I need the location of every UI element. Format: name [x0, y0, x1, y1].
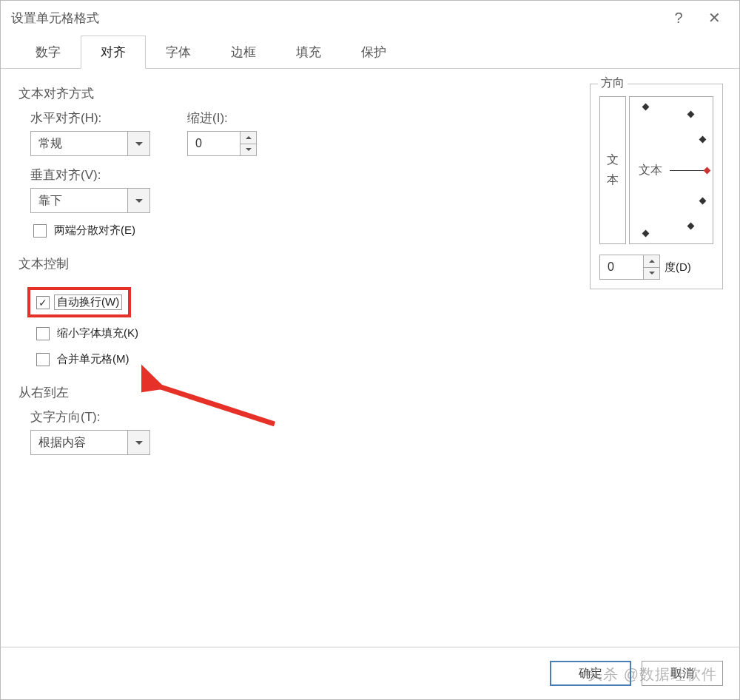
horizontal-align-dropdown-button[interactable]: [127, 132, 149, 155]
text-direction-value[interactable]: [31, 431, 127, 454]
format-cells-dialog: 设置单元格格式 ? ✕ 数字 对齐 字体 边框 填充 保护 文本对齐方式 水平对…: [0, 0, 740, 700]
tab-number[interactable]: 数字: [16, 36, 81, 69]
rtl-section-label: 从右到左: [18, 384, 723, 401]
help-button[interactable]: ?: [661, 1, 696, 34]
indent-down-button[interactable]: [240, 144, 256, 156]
text-direction-dropdown-button[interactable]: [127, 431, 149, 454]
orientation-degree-value[interactable]: [600, 255, 643, 279]
triangle-down-icon: [246, 148, 252, 151]
chevron-down-icon: [135, 199, 143, 203]
close-button[interactable]: ✕: [696, 1, 732, 34]
tab-alignment[interactable]: 对齐: [81, 36, 146, 69]
indent-value[interactable]: [188, 132, 240, 155]
merge-cells-label: 合并单元格(M): [57, 352, 130, 366]
vertical-align-value[interactable]: [31, 189, 127, 212]
orientation-dot: [687, 223, 695, 230]
merge-cells-row[interactable]: 合并单元格(M): [36, 352, 723, 366]
titlebar: 设置单元格格式 ? ✕: [1, 1, 739, 35]
wrap-text-label: 自动换行(W): [54, 295, 122, 310]
shrink-to-fit-label: 缩小字体填充(K): [57, 326, 138, 340]
tab-font[interactable]: 字体: [146, 36, 211, 69]
chevron-down-icon: [135, 142, 143, 146]
justify-distributed-label: 两端分散对齐(E): [54, 223, 135, 238]
indent-up-button[interactable]: [240, 132, 256, 144]
tab-border[interactable]: 边框: [211, 36, 276, 69]
orientation-dial[interactable]: 文本: [629, 96, 713, 244]
vertical-align-dropdown-button[interactable]: [127, 189, 149, 212]
orientation-degree-label: 度(D): [665, 260, 691, 275]
triangle-up-icon: [246, 136, 252, 139]
orientation-dial-handle[interactable]: [704, 167, 711, 175]
check-icon: ✓: [38, 297, 47, 309]
text-direction-label: 文字方向(T):: [30, 408, 723, 425]
triangle-up-icon: [649, 260, 655, 263]
degree-up-button[interactable]: [644, 255, 659, 267]
horizontal-align-value[interactable]: [31, 132, 127, 155]
dialog-content: 文本对齐方式 水平对齐(H): 垂直对齐(V): 缩进(I):: [1, 69, 739, 647]
orientation-dot: [687, 111, 695, 118]
cancel-button[interactable]: 取消: [642, 661, 723, 686]
vertical-align-combo[interactable]: [30, 188, 150, 213]
orientation-degree-spinner[interactable]: [599, 255, 660, 280]
dialog-footer: 确定 取消 头杀 @数据蛙软件: [1, 647, 739, 699]
orientation-dot: [699, 136, 707, 144]
orientation-dot: [642, 230, 650, 238]
degree-down-button[interactable]: [644, 267, 659, 280]
horizontal-align-label: 水平对齐(H):: [30, 110, 150, 127]
orientation-legend: 方向: [598, 75, 628, 91]
wrap-text-checkbox[interactable]: ✓: [36, 296, 50, 309]
orientation-dial-label: 文本: [639, 163, 662, 178]
orientation-dot: [642, 104, 650, 111]
dialog-title: 设置单元格格式: [11, 10, 661, 27]
vertical-align-label: 垂直对齐(V):: [30, 166, 150, 184]
tab-fill[interactable]: 填充: [276, 36, 341, 69]
orientation-panel: 方向 文 本 文本: [590, 84, 723, 289]
indent-spinner[interactable]: [187, 131, 257, 156]
text-direction-combo[interactable]: [30, 430, 150, 455]
merge-cells-checkbox[interactable]: [36, 353, 50, 366]
shrink-to-fit-checkbox[interactable]: [36, 327, 50, 340]
ok-button[interactable]: 确定: [550, 661, 631, 686]
orientation-dot: [699, 198, 707, 205]
tab-protection[interactable]: 保护: [341, 36, 406, 69]
chevron-down-icon: [135, 441, 143, 445]
orientation-dial-line: [670, 170, 705, 171]
shrink-to-fit-row[interactable]: 缩小字体填充(K): [36, 326, 723, 340]
tab-strip: 数字 对齐 字体 边框 填充 保护: [1, 35, 739, 69]
wrap-text-highlight: ✓ 自动换行(W): [27, 287, 131, 317]
indent-label: 缩进(I):: [187, 110, 257, 127]
horizontal-align-combo[interactable]: [30, 131, 150, 156]
justify-distributed-checkbox[interactable]: [33, 224, 47, 238]
triangle-down-icon: [649, 272, 655, 275]
orientation-vertical-text-button[interactable]: 文 本: [599, 96, 626, 244]
